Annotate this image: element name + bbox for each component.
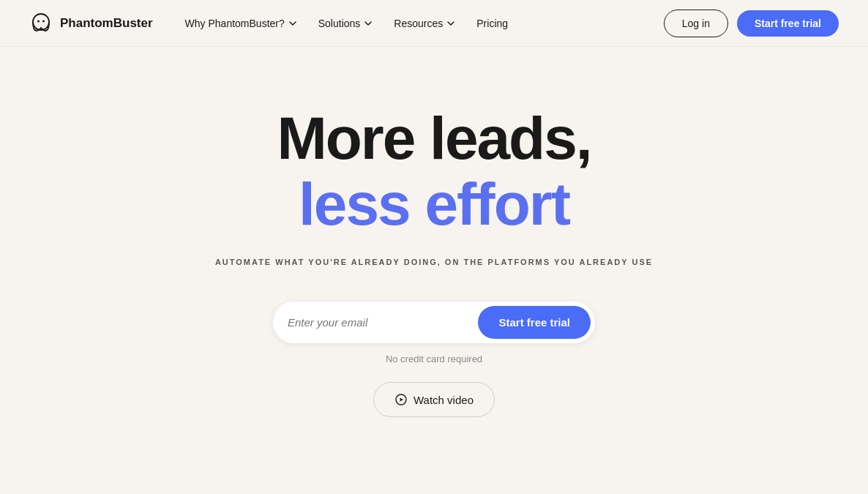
svg-point-2 bbox=[42, 20, 45, 22]
play-icon bbox=[394, 393, 408, 406]
email-input[interactable] bbox=[288, 316, 478, 329]
nav-link-resources[interactable]: Resources bbox=[385, 12, 465, 35]
watch-video-label: Watch video bbox=[414, 394, 474, 406]
navbar: PhantomBuster Why PhantomBuster? Solutio… bbox=[0, 0, 868, 47]
svg-point-1 bbox=[37, 20, 40, 22]
watch-video-button[interactable]: Watch video bbox=[373, 382, 495, 417]
hero-title-line2: less effort bbox=[277, 171, 591, 237]
phantombuster-logo-icon bbox=[29, 12, 53, 35]
hero-subtitle: AUTOMATE WHAT YOU'RE ALREADY DOING, ON T… bbox=[215, 258, 653, 266]
logo[interactable]: PhantomBuster bbox=[29, 12, 153, 35]
login-button[interactable]: Log in bbox=[664, 10, 728, 37]
nav-link-pricing[interactable]: Pricing bbox=[468, 12, 517, 35]
hero-title-line1: More leads, bbox=[277, 105, 591, 171]
nav-left: PhantomBuster Why PhantomBuster? Solutio… bbox=[29, 12, 517, 35]
nav-right: Log in Start free trial bbox=[664, 10, 839, 37]
nav-link-solutions[interactable]: Solutions bbox=[310, 12, 383, 35]
hero-cta-form: Start free trial bbox=[273, 302, 595, 343]
chevron-down-icon bbox=[363, 18, 373, 29]
chevron-down-icon bbox=[288, 18, 298, 29]
start-trial-button-nav[interactable]: Start free trial bbox=[737, 10, 839, 37]
brand-name: PhantomBuster bbox=[60, 16, 153, 31]
no-credit-text: No credit card required bbox=[386, 353, 482, 364]
hero-title: More leads, less effort bbox=[277, 105, 591, 237]
nav-link-why[interactable]: Why PhantomBuster? bbox=[176, 12, 307, 35]
start-trial-button-hero[interactable]: Start free trial bbox=[478, 306, 591, 339]
chevron-down-icon bbox=[446, 18, 456, 29]
hero-section: More leads, less effort AUTOMATE WHAT YO… bbox=[0, 47, 868, 461]
nav-links: Why PhantomBuster? Solutions Resources P… bbox=[176, 12, 517, 35]
